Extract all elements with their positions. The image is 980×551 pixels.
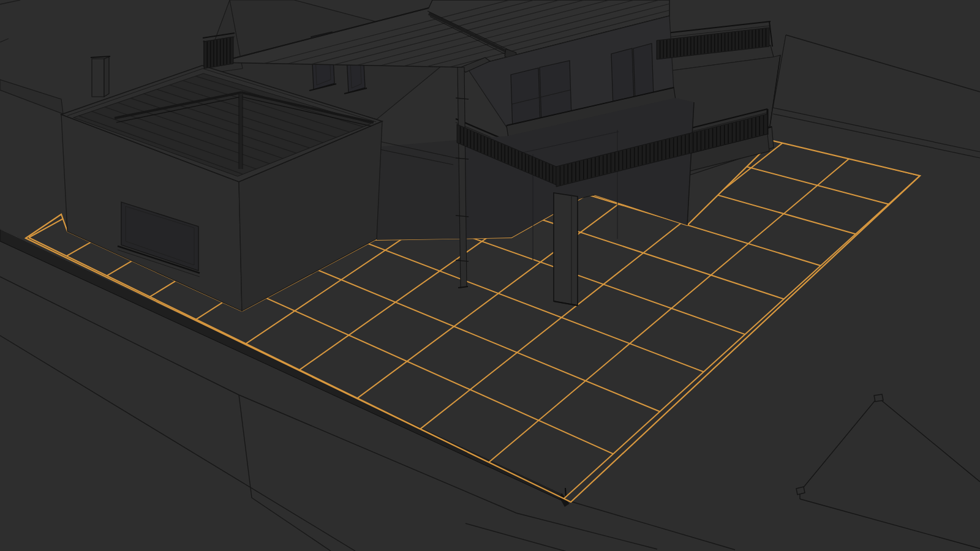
wireframe-scene: [0, 0, 980, 551]
viewport-3d[interactable]: [0, 0, 980, 551]
ground-floor-west: [377, 140, 464, 240]
chimney: [91, 56, 110, 97]
pillar: [554, 193, 578, 305]
small-marker-tick: [565, 488, 566, 497]
